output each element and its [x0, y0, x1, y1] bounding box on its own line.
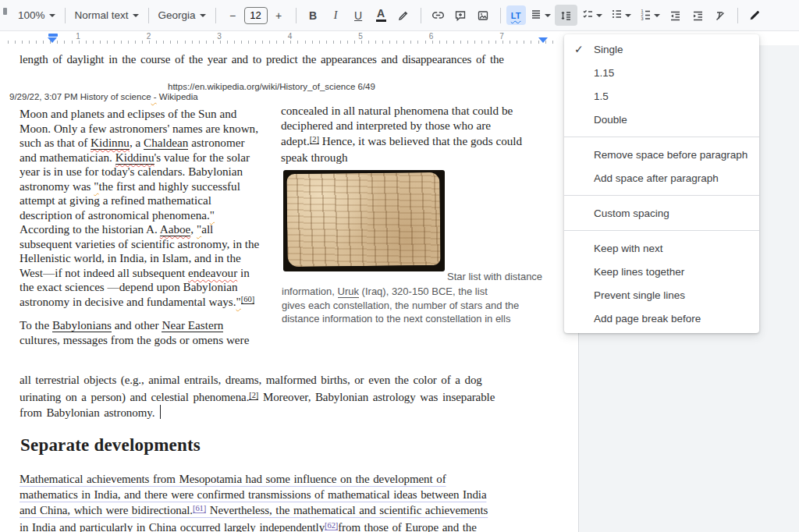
line-spacing-menu: ✓ Single 1.15 1.5 Double Remove space be… [564, 34, 759, 333]
zoom-select[interactable]: 100% [14, 5, 59, 26]
text-line[interactable]: description of astronomical phenomena." [20, 208, 215, 223]
add-comment-button[interactable] [449, 5, 472, 26]
text-line[interactable]: subsequent varieties of scientific astro… [20, 237, 259, 252]
paragraph-style-select[interactable]: Normal text [71, 5, 143, 26]
text-line[interactable]: all terrestrial objects (e.g., animal en… [20, 372, 482, 388]
menu-item-prevent-single-lines[interactable]: Prevent single lines [564, 283, 759, 307]
font-size-input[interactable]: 12 [244, 7, 268, 24]
insert-link-button[interactable] [427, 5, 449, 26]
editing-mode-button[interactable] [744, 5, 766, 26]
text-segment: from Babylonian astronomy. [20, 406, 159, 419]
left-indent-marker[interactable] [48, 37, 57, 43]
text-segment: concealed in all natural phenomena that … [281, 104, 513, 117]
section-heading[interactable]: Separate developments [20, 435, 201, 456]
increase-font-size-button[interactable]: + [268, 5, 290, 26]
text-segment: endeavour [188, 266, 237, 279]
clear-formatting-button[interactable] [709, 5, 732, 26]
menu-item-1-15[interactable]: 1.15 [564, 61, 759, 84]
text-line[interactable]: deciphered and interpreted by those who … [281, 119, 491, 133]
menu-item-label: Keep with next [594, 243, 663, 254]
text-line[interactable]: astronomy in decisive and fundamental wa… [20, 295, 254, 311]
text-segment: all terrestrial objects (e.g., animal en… [20, 374, 482, 386]
text-segment: in India and particularly in China occur… [20, 521, 325, 532]
align-justify-button[interactable] [526, 5, 555, 26]
text-line[interactable]: Mathematical achievements from Mesopotam… [20, 471, 446, 488]
ruler-number: 3 [217, 32, 222, 41]
text-line[interactable]: Hellenistic world, in India, in Islam, a… [20, 251, 241, 266]
decrease-indent-button[interactable] [664, 5, 687, 26]
languagetool-button[interactable]: LT [506, 5, 526, 25]
italic-button[interactable]: I [325, 5, 347, 26]
text-segment: 's value for the solar [154, 151, 250, 164]
text-line[interactable]: To the Babylonians and other Near Easter… [20, 318, 223, 333]
increase-indent-button[interactable] [687, 5, 709, 26]
menu-item-add-page-break-before[interactable]: Add page break before [564, 307, 759, 330]
text-segment: year is in use for today's calendars. Ba… [20, 165, 243, 178]
text-line[interactable]: mathematics in India, and there were con… [20, 487, 486, 503]
cuneiform-tablet-image[interactable] [283, 170, 445, 271]
line-spacing-button[interactable] [555, 5, 577, 26]
menu-item-single[interactable]: ✓ Single [564, 37, 759, 61]
menu-item-custom-spacing[interactable]: Custom spacing [564, 201, 759, 225]
text-line[interactable]: According to the historian A. Aaboe, "al… [20, 222, 213, 237]
checklist-button[interactable] [577, 5, 606, 26]
text-line[interactable]: astronomy was "the first and highly succ… [20, 179, 240, 194]
google-docs-window: 100% Normal text Georgia − 12 + B I [0, 0, 799, 532]
text-line[interactable]: adept.[2] Hence, it was believed that th… [281, 134, 522, 151]
image-caption-line[interactable]: information, Uruk (Iraq), 320-150 BCE, t… [282, 286, 488, 297]
menu-item-label: Add page break before [594, 313, 701, 325]
text-segment: Hence, it was believed that the gods cou… [319, 134, 522, 147]
text-line[interactable]: urinating on a person) and celestial phe… [20, 389, 495, 406]
insert-image-button[interactable] [472, 5, 495, 26]
chevron-down-icon [133, 14, 139, 17]
text-line[interactable]: Moon and planets and eclipses of the Sun… [20, 107, 236, 122]
page-header[interactable]: 9/29/22, 3:07 PM History of science - Wi… [9, 92, 198, 101]
first-line-indent-marker[interactable] [48, 34, 58, 37]
text-line[interactable]: from Babylonian astronomy. [20, 405, 161, 421]
decrease-font-size-button[interactable]: − [222, 5, 244, 26]
highlight-color-button[interactable] [392, 5, 415, 26]
document-page[interactable]: length of daylight in the course of the … [0, 45, 579, 532]
text-line[interactable]: concealed in all natural phenomena that … [281, 104, 513, 119]
text-color-button[interactable]: A [370, 5, 392, 26]
bulleted-list-button[interactable] [606, 5, 635, 26]
menu-item-keep-lines-together[interactable]: Keep lines together [564, 260, 759, 283]
menu-item-remove-space-before-paragraph[interactable]: Remove space before paragraph [564, 143, 759, 166]
text-line[interactable]: speak through [281, 151, 348, 165]
image-caption-line[interactable]: gives each constellation, the number of … [282, 300, 519, 311]
font-select[interactable]: Georgia [154, 5, 210, 26]
image-caption-line[interactable]: distance information to the next constel… [282, 313, 510, 325]
menu-item-add-space-after-paragraph[interactable]: Add space after paragraph [564, 166, 759, 190]
text-line[interactable]: year is in use for today's calendars. Ba… [20, 165, 243, 179]
text-segment: and mathematician. [20, 151, 115, 164]
underline-button[interactable]: U [347, 5, 370, 26]
image-caption-line[interactable]: Star list with distance [447, 271, 542, 282]
menu-item-double[interactable]: Double [564, 108, 759, 131]
text-segment: Wikipedia [157, 92, 198, 101]
text-line[interactable]: the exact sciences —depend upon Babyloni… [20, 280, 238, 295]
zoom-value: 100% [18, 9, 45, 21]
text-segment: description of astronomical phenomena. [20, 208, 210, 222]
text-line[interactable]: and mathematician. Kiddinu's value for t… [20, 151, 250, 165]
text-segment: mathematics in India, and there were con… [20, 488, 486, 501]
text-segment: Nevertheless, the mathematical and scien… [206, 504, 488, 516]
text-line[interactable]: cultures, messages from the gods or omen… [20, 333, 249, 348]
bold-button[interactable]: B [302, 5, 325, 26]
text-line[interactable]: West—if not indeed all subsequent endeav… [20, 266, 250, 281]
svg-text:3: 3 [641, 16, 643, 20]
menu-item-1-5[interactable]: 1.5 [564, 84, 759, 108]
right-indent-marker[interactable] [538, 37, 548, 43]
chevron-down-icon [596, 14, 602, 17]
text-line[interactable]: length of daylight in the course of the … [20, 51, 504, 67]
text-line[interactable]: and China, which were bidirectional.[61]… [20, 502, 488, 520]
page-url[interactable]: https://en.wikipedia.org/wiki/History_of… [168, 82, 375, 91]
style-value: Normal text [75, 9, 129, 21]
text-line[interactable]: in India and particularly in China occur… [20, 520, 477, 532]
menu-item-keep-with-next[interactable]: Keep with next [564, 236, 759, 260]
text-line[interactable]: attempt at giving a refined mathematical [20, 193, 211, 208]
text-segment: distance information to the next constel… [282, 313, 510, 325]
text-line[interactable]: Moon. Only a few astronomers' names are … [20, 122, 258, 137]
text-line[interactable]: such as that of Kidinnu, a Chaldean astr… [20, 136, 245, 151]
numbered-list-button[interactable]: 1 2 3 [635, 5, 664, 26]
text-segment: 9/29/22, 3:07 PM History of science [9, 92, 151, 101]
